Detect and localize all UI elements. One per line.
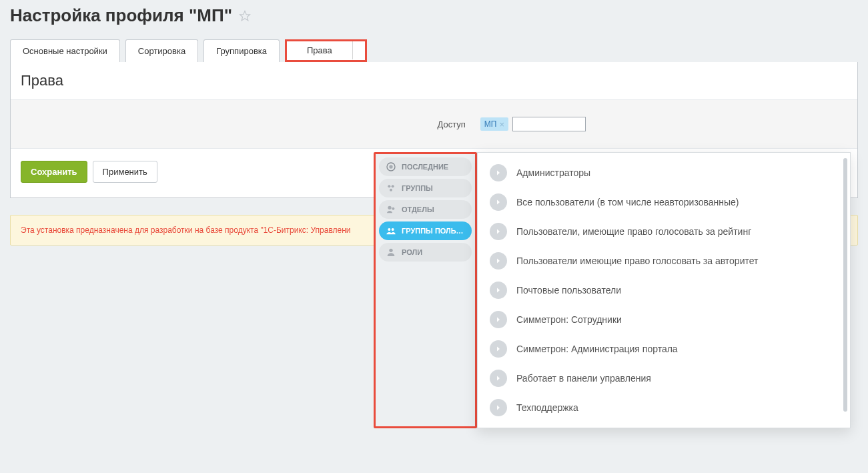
result-item[interactable]: Администраторы: [478, 158, 850, 187]
departments-icon: [386, 204, 396, 215]
section-title: Права: [11, 72, 857, 99]
tabs: Основные настройки Сортировка Группировк…: [0, 39, 868, 62]
result-label: Работает в панели управления: [516, 373, 651, 384]
tab-grouping[interactable]: Группировка: [203, 39, 280, 62]
result-item[interactable]: Техподдержка: [478, 393, 850, 422]
category-label: ГРУППЫ: [402, 184, 433, 192]
category-label: ПОСЛЕДНИЕ: [402, 163, 448, 171]
result-label: Администраторы: [516, 167, 590, 178]
access-label: Доступ: [437, 119, 472, 129]
svg-point-10: [389, 249, 392, 252]
svg-point-7: [392, 207, 394, 210]
recent-icon: [386, 161, 396, 172]
access-popup: ПОСЛЕДНИЕ ГРУППЫ ОТДЕЛЫ ГРУППЫ ПОЛЬЗ... …: [374, 152, 851, 428]
result-item[interactable]: Почтовые пользователи: [478, 276, 850, 305]
result-label: Почтовые пользователи: [516, 285, 621, 296]
apply-button[interactable]: Применить: [93, 161, 157, 183]
result-label: Техподдержка: [516, 402, 578, 413]
result-item[interactable]: Работает в панели управления: [478, 364, 850, 393]
arrow-right-icon: [490, 399, 507, 416]
category-label: ОТДЕЛЫ: [402, 205, 434, 213]
arrow-right-icon: [490, 340, 507, 358]
tab-rights[interactable]: Права: [285, 39, 367, 62]
category-label: ГРУППЫ ПОЛЬЗ...: [402, 227, 467, 235]
access-input[interactable]: [512, 117, 586, 131]
tab-sorting[interactable]: Сортировка: [125, 39, 198, 62]
result-item[interactable]: Пользователи, имеющие право голосовать з…: [478, 217, 850, 246]
category-departments[interactable]: ОТДЕЛЫ: [379, 200, 472, 219]
result-item[interactable]: Пользователи имеющие право голосовать за…: [478, 246, 850, 276]
svg-marker-0: [240, 11, 250, 20]
star-icon[interactable]: [239, 10, 251, 22]
access-row: Доступ МП ×: [11, 99, 857, 149]
usergroups-icon: [386, 225, 396, 236]
arrow-right-icon: [490, 282, 507, 299]
groups-icon: [386, 183, 396, 193]
arrow-right-icon: [490, 311, 507, 328]
arrow-right-icon: [490, 223, 507, 240]
arrow-right-icon: [490, 164, 507, 181]
arrow-right-icon: [490, 370, 507, 387]
svg-point-6: [388, 206, 391, 209]
page-title: Настройка профиля "МП": [10, 5, 232, 26]
result-item[interactable]: Симметрон: Администрация портала: [478, 334, 850, 364]
page-title-row: Настройка профиля "МП": [0, 0, 868, 39]
result-label: Пользователи имеющие право голосовать за…: [516, 256, 758, 266]
scrollbar[interactable]: [843, 158, 847, 412]
save-button[interactable]: Сохранить: [21, 161, 87, 183]
result-item[interactable]: Все пользователи (в том числе неавторизо…: [478, 187, 850, 217]
svg-point-3: [388, 185, 390, 187]
category-groups[interactable]: ГРУППЫ: [379, 179, 472, 197]
results-panel[interactable]: Администраторы Все пользователи (в том ч…: [477, 152, 851, 428]
tab-rights-label: Права: [287, 41, 353, 59]
svg-point-5: [390, 189, 392, 191]
result-label: Симметрон: Сотрудники: [516, 314, 622, 325]
result-label: Симметрон: Администрация портала: [516, 344, 678, 354]
category-label: РОЛИ: [402, 248, 422, 256]
chip-text: МП: [484, 119, 497, 129]
chip-close-icon[interactable]: ×: [499, 120, 504, 129]
arrow-right-icon: [490, 252, 507, 270]
category-recent[interactable]: ПОСЛЕДНИЕ: [379, 157, 472, 176]
svg-point-4: [392, 185, 394, 187]
arrow-right-icon: [490, 193, 507, 211]
svg-point-8: [388, 228, 390, 231]
tab-main-settings[interactable]: Основные настройки: [10, 39, 120, 62]
result-item[interactable]: Симметрон: Сотрудники: [478, 305, 850, 334]
result-label: Все пользователи (в том числе неавторизо…: [516, 197, 739, 207]
svg-point-2: [389, 165, 392, 168]
svg-point-9: [392, 228, 394, 231]
chip-container: МП ×: [480, 117, 586, 131]
roles-icon: [386, 247, 396, 258]
result-label: Пользователи, имеющие право голосовать з…: [516, 226, 751, 237]
category-roles[interactable]: РОЛИ: [379, 243, 472, 262]
category-panel: ПОСЛЕДНИЕ ГРУППЫ ОТДЕЛЫ ГРУППЫ ПОЛЬЗ... …: [374, 152, 477, 428]
category-usergroups[interactable]: ГРУППЫ ПОЛЬЗ...: [379, 221, 472, 240]
access-chip[interactable]: МП ×: [480, 117, 508, 131]
